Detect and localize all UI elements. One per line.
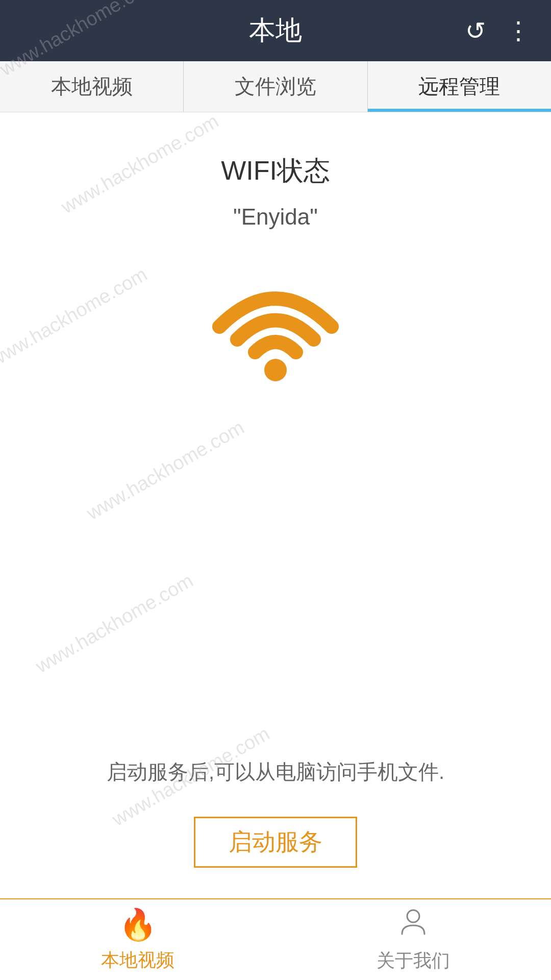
- bottom-nav: 🔥 本地视频 关于我们: [0, 898, 551, 980]
- nav-about-us[interactable]: 关于我们: [377, 906, 450, 973]
- nav-about-us-label: 关于我们: [377, 948, 450, 973]
- svg-point-0: [264, 359, 287, 381]
- user-icon: [398, 906, 429, 943]
- more-options-icon[interactable]: ⋮: [506, 16, 531, 45]
- nav-local-video[interactable]: 🔥 本地视频: [101, 906, 174, 973]
- wifi-ssid: "Enyida": [233, 204, 318, 230]
- page-title: 本地: [249, 13, 302, 48]
- header-actions: ↺ ⋮: [465, 16, 531, 45]
- tab-bar: 本地视频 文件浏览 远程管理: [0, 61, 551, 112]
- tab-remote-management[interactable]: 远程管理: [368, 61, 551, 112]
- start-service-button[interactable]: 启动服务: [194, 817, 357, 868]
- tab-local-video[interactable]: 本地视频: [0, 61, 184, 112]
- flame-icon: 🔥: [119, 906, 157, 943]
- description-text: 启动服务后,可以从电脑访问手机文件.: [76, 758, 475, 786]
- tab-file-browser[interactable]: 文件浏览: [184, 61, 367, 112]
- main-content: WIFI状态 "Enyida" 启动服务后,可以从电脑访问手机文件. 启动服务: [0, 112, 551, 898]
- wifi-status-title: WIFI状态: [221, 153, 330, 189]
- nav-local-video-label: 本地视频: [101, 948, 174, 973]
- refresh-icon[interactable]: ↺: [465, 16, 486, 45]
- wifi-icon: [204, 260, 347, 385]
- app-header: 本地 ↺ ⋮: [0, 0, 551, 61]
- svg-point-1: [407, 910, 419, 922]
